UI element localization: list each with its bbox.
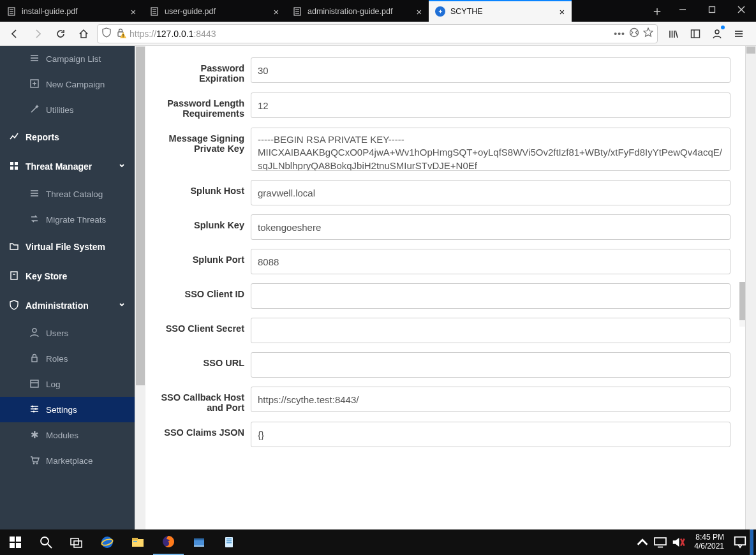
- browser-tab-label: administration-guide.pdf: [308, 7, 408, 16]
- sidebar-panel-icon[interactable]: [686, 24, 705, 43]
- folder-icon: [9, 241, 19, 253]
- menu-icon[interactable]: [729, 24, 748, 43]
- form-label: Password Expiration: [158, 57, 251, 84]
- sidebar-item-label: Campaign List: [46, 54, 101, 64]
- mid-scrollbar[interactable]: [739, 282, 745, 327]
- sidebar-item-roles[interactable]: Roles: [0, 346, 135, 371]
- sso-callback-field[interactable]: [251, 387, 730, 412]
- svg-point-51: [33, 410, 34, 412]
- sidebar-item-marketplace[interactable]: Marketplace: [0, 448, 135, 473]
- tray-display-icon[interactable]: [652, 535, 669, 549]
- svg-rect-74: [226, 542, 232, 544]
- svg-rect-66: [133, 541, 137, 542]
- svg-rect-36: [15, 166, 18, 170]
- address-bar[interactable]: https:// 127.0.0.1 :8443 •••: [97, 24, 658, 43]
- sidebar-item-reports[interactable]: Reports: [0, 122, 135, 152]
- library-icon[interactable]: [664, 24, 683, 43]
- page-actions-icon[interactable]: •••: [614, 29, 625, 39]
- form-row: Splunk Port: [158, 249, 730, 274]
- tracking-shield-icon[interactable]: [101, 27, 112, 40]
- window-maximize-button[interactable]: [697, 0, 727, 19]
- tab-close-button[interactable]: ×: [271, 6, 282, 17]
- form-label: Password Length Requirements: [158, 93, 251, 119]
- window-minimize-button[interactable]: [668, 0, 697, 19]
- svg-rect-44: [31, 380, 38, 387]
- list-icon: [29, 53, 40, 65]
- sidebar-item-migrate-threats[interactable]: Migrate Threats: [0, 207, 135, 232]
- task-view-button[interactable]: [61, 529, 92, 555]
- sso-client-id-field[interactable]: [251, 283, 730, 309]
- tray-chevron-icon[interactable]: [634, 535, 651, 549]
- account-icon[interactable]: [708, 24, 727, 43]
- svg-rect-75: [655, 538, 666, 545]
- sidebar-item-settings[interactable]: Settings: [0, 397, 135, 422]
- page-scrollbar[interactable]: [745, 46, 756, 529]
- browser-tab-1[interactable]: user-guide.pdf×: [143, 0, 286, 22]
- sidebar-item-label: Utilities: [46, 105, 74, 115]
- taskbar-app-4[interactable]: [184, 529, 214, 555]
- taskbar-app-firefox[interactable]: [153, 529, 184, 555]
- forward-button[interactable]: [28, 24, 47, 43]
- sidebar-item-administration[interactable]: Administration: [0, 291, 135, 320]
- tray-clock[interactable]: 8:45 PM 4/6/2021: [688, 533, 730, 551]
- browser-tab-0[interactable]: install-guide.pdf×: [0, 0, 143, 22]
- sso-client-secret-field[interactable]: [251, 318, 730, 343]
- browser-tab-3[interactable]: ✦SCYTHE×: [429, 0, 572, 22]
- home-button[interactable]: [74, 24, 93, 43]
- scythe-icon: ✦: [435, 6, 445, 17]
- sidebar-item-users[interactable]: Users: [0, 320, 135, 346]
- splunk-port-field[interactable]: [251, 249, 730, 274]
- tray-volume-icon[interactable]: [670, 535, 686, 549]
- form-label: Splunk Key: [158, 214, 251, 230]
- password-length-field[interactable]: [251, 93, 730, 118]
- new-tab-button[interactable]: ＋: [646, 0, 668, 22]
- svg-rect-60: [71, 538, 78, 545]
- sso-url-field[interactable]: [251, 352, 730, 378]
- svg-rect-33: [10, 162, 13, 165]
- sidebar-item-keystore[interactable]: Key Store: [0, 262, 135, 291]
- taskbar-app-5[interactable]: [214, 529, 245, 555]
- form-row: SSO Client ID: [158, 283, 730, 309]
- pdf-icon: [149, 6, 159, 17]
- splunk-key-field[interactable]: [251, 214, 730, 240]
- browser-tab-2[interactable]: administration-guide.pdf×: [286, 0, 429, 22]
- reader-mode-icon[interactable]: [629, 27, 639, 40]
- sso-claims-json-field[interactable]: [251, 422, 730, 447]
- shield-icon: [9, 300, 19, 312]
- sidebar-item-modules[interactable]: ✱Modules: [0, 422, 135, 448]
- lock-warning-icon[interactable]: [115, 27, 126, 40]
- sidebar-item-vfs[interactable]: Virtual File System: [0, 232, 135, 262]
- password-expiration-field[interactable]: [251, 57, 730, 83]
- tab-close-button[interactable]: ×: [128, 6, 139, 17]
- sidebar-scrollbar[interactable]: [135, 46, 145, 529]
- window-close-button[interactable]: [727, 0, 756, 19]
- back-button[interactable]: [5, 24, 24, 43]
- sidebar-item-threat-catalog[interactable]: Threat Catalog: [0, 181, 135, 207]
- form-label: SSO Client ID: [158, 283, 251, 299]
- svg-rect-40: [11, 272, 17, 279]
- reload-button[interactable]: [51, 24, 70, 43]
- swap-icon: [29, 214, 40, 226]
- tab-close-button[interactable]: ×: [556, 6, 568, 17]
- tray-notifications-icon[interactable]: [732, 535, 748, 549]
- svg-rect-20: [692, 30, 700, 38]
- app-sidebar: Campaign ListNew CampaignUtilitiesReport…: [0, 46, 135, 529]
- bookmark-star-icon[interactable]: [643, 27, 653, 40]
- private-key-field[interactable]: [251, 128, 730, 171]
- tab-close-button[interactable]: ×: [413, 6, 425, 17]
- sidebar-item-utilities[interactable]: Utilities: [0, 97, 135, 122]
- sidebar-item-campaign-list[interactable]: Campaign List: [0, 46, 135, 71]
- sidebar-item-log[interactable]: Log: [0, 371, 135, 397]
- show-desktop-button[interactable]: [750, 529, 753, 555]
- search-button[interactable]: [31, 529, 61, 555]
- taskbar-app-explorer[interactable]: [122, 529, 153, 555]
- cart-icon: [29, 455, 40, 467]
- taskbar-app-ie[interactable]: [92, 529, 122, 555]
- splunk-host-field[interactable]: [251, 180, 730, 205]
- sidebar-item-threat-manager[interactable]: Threat Manager: [0, 152, 135, 181]
- lock-icon: [29, 353, 40, 365]
- sidebar-item-label: Threat Catalog: [46, 189, 103, 199]
- sidebar-item-new-campaign[interactable]: New Campaign: [0, 71, 135, 97]
- start-button[interactable]: [0, 529, 31, 555]
- sidebar-item-label: Reports: [26, 132, 59, 142]
